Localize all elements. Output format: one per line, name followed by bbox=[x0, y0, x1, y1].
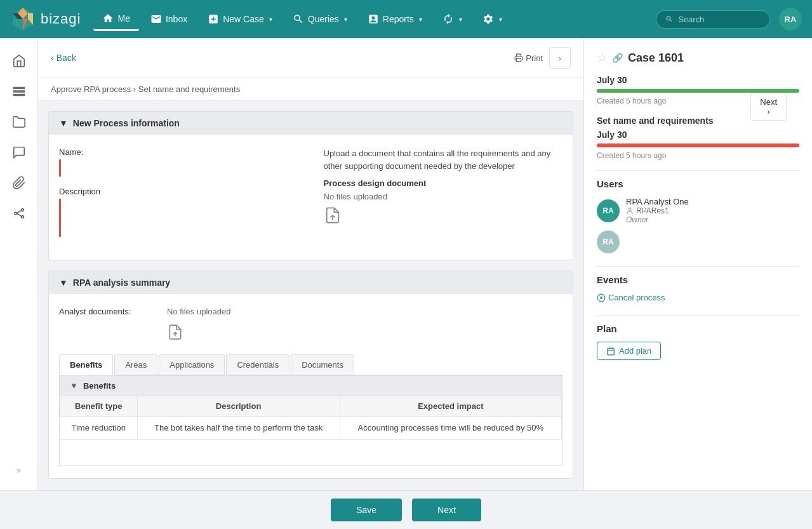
progress-bar-2 bbox=[597, 144, 799, 147]
plan-section: Plan Add plan bbox=[597, 323, 799, 360]
benefits-header-row: Benefit type Description Expected impact bbox=[60, 396, 562, 417]
nav-settings[interactable]: ▾ bbox=[474, 8, 511, 30]
analysis-tabs: Benefits Areas Applications Credentials … bbox=[59, 354, 562, 375]
upload-file-icon[interactable] bbox=[324, 206, 563, 228]
add-plan-icon bbox=[606, 347, 615, 356]
right-panel: ☆ 🔗 Case 1601 Next › July 30 Created 5 h… bbox=[583, 38, 812, 490]
users-section: Users RA RPA Analyst One RPARes1 Owner R… bbox=[597, 178, 799, 253]
back-chevron-icon: ‹ bbox=[51, 53, 54, 63]
svg-point-21 bbox=[629, 208, 631, 211]
name-field-group: Name: bbox=[59, 147, 298, 177]
user-avatar[interactable]: RA bbox=[779, 8, 802, 30]
col-expected-impact: Expected impact bbox=[340, 396, 561, 417]
user-row-1: RA RPA Analyst One RPARes1 Owner bbox=[597, 197, 799, 224]
save-button[interactable]: Save bbox=[331, 499, 402, 521]
nav-new-case[interactable]: New Case ▾ bbox=[199, 8, 281, 30]
user-icon bbox=[626, 207, 634, 215]
top-navigation: bizagi Me Inbox New Case ▾ Queries ▾ Rep… bbox=[0, 0, 812, 38]
reports-dropdown-icon: ▾ bbox=[419, 16, 422, 23]
nav-refresh[interactable]: ▾ bbox=[434, 8, 471, 30]
sidebar-icon-home[interactable] bbox=[6, 48, 32, 74]
panel-date-1: July 30 bbox=[597, 75, 799, 85]
sidebar-expand-btn[interactable]: » bbox=[11, 461, 26, 480]
search-input[interactable] bbox=[678, 15, 761, 24]
cancel-icon bbox=[597, 293, 606, 302]
new-process-header[interactable]: ▼ New Process information bbox=[49, 112, 573, 135]
rpa-analysis-header[interactable]: ▼ RPA analysis summary bbox=[49, 271, 573, 294]
sidebar-icon-chat[interactable] bbox=[6, 140, 32, 165]
star-icon[interactable]: ☆ bbox=[597, 51, 607, 65]
next-button-top[interactable]: Next › bbox=[750, 93, 787, 121]
left-sidebar: » bbox=[0, 38, 38, 490]
tab-areas[interactable]: Areas bbox=[114, 354, 157, 375]
user-avatar-1: RA bbox=[597, 199, 620, 222]
settings-dropdown-icon: ▾ bbox=[499, 16, 502, 23]
benefits-section-header[interactable]: ▼ Benefits bbox=[60, 376, 562, 396]
panel-date-2: July 30 bbox=[597, 130, 799, 140]
next-button-bottom[interactable]: Next bbox=[412, 499, 481, 521]
sidebar-icon-folder[interactable] bbox=[6, 109, 32, 135]
analyst-upload: No files uploaded bbox=[167, 307, 230, 344]
user-role-1: Owner bbox=[626, 215, 689, 224]
user-sub-1: RPARes1 bbox=[626, 206, 689, 215]
case-title: Case 1601 bbox=[628, 51, 684, 65]
search-box[interactable] bbox=[656, 10, 770, 29]
benefits-collapse-icon: ▼ bbox=[70, 381, 78, 391]
svg-rect-6 bbox=[13, 88, 24, 89]
svg-point-11 bbox=[21, 216, 23, 218]
svg-point-10 bbox=[21, 209, 23, 211]
divider-3 bbox=[597, 315, 799, 316]
breadcrumb: Approve RPA process › Set name and requi… bbox=[38, 78, 583, 101]
name-label: Name: bbox=[59, 147, 298, 157]
col-benefit-type: Benefit type bbox=[60, 396, 138, 417]
sidebar-icon-workflow[interactable] bbox=[6, 201, 32, 226]
name-input[interactable] bbox=[59, 159, 298, 177]
description-textarea[interactable] bbox=[59, 199, 298, 237]
nav-inbox[interactable]: Inbox bbox=[142, 8, 196, 30]
divider-1 bbox=[597, 170, 799, 171]
tab-benefits[interactable]: Benefits bbox=[59, 354, 113, 375]
user-name-1: RPA Analyst One bbox=[626, 197, 689, 206]
analyst-label: Analyst documents: bbox=[59, 307, 142, 316]
user-avatar-2: RA bbox=[597, 231, 620, 253]
chain-icon: 🔗 bbox=[612, 53, 623, 63]
sidebar-icon-list[interactable] bbox=[6, 79, 32, 104]
events-title: Events bbox=[597, 274, 799, 285]
no-files-text: No files uploaded bbox=[324, 192, 563, 201]
print-button[interactable]: Print bbox=[514, 53, 543, 63]
analyst-upload-icon[interactable] bbox=[167, 324, 230, 344]
tab-credentials[interactable]: Credentials bbox=[226, 354, 290, 375]
nav-reports[interactable]: Reports ▾ bbox=[359, 8, 431, 30]
analyst-row: Analyst documents: No files uploaded bbox=[59, 307, 562, 344]
benefits-table: Benefit type Description Expected impact… bbox=[60, 396, 562, 439]
content-area: ‹ Back Print › Approve RPA process › Set… bbox=[38, 38, 583, 490]
refresh-dropdown-icon: ▾ bbox=[459, 16, 462, 23]
cancel-process-link[interactable]: Cancel process bbox=[597, 293, 799, 302]
tab-applications[interactable]: Applications bbox=[159, 354, 225, 375]
svg-rect-7 bbox=[13, 91, 24, 92]
svg-rect-14 bbox=[517, 58, 521, 62]
new-process-body: Name: Description Upload a document that… bbox=[49, 135, 573, 260]
sidebar-icon-attachment[interactable] bbox=[6, 170, 32, 196]
rpa-analysis-section: ▼ RPA analysis summary Analyst documents… bbox=[48, 271, 573, 479]
new-process-form-row: Name: Description Upload a document that… bbox=[59, 147, 562, 247]
analyst-no-files: No files uploaded bbox=[167, 307, 230, 316]
col-description: Description bbox=[137, 396, 340, 417]
table-row: Time reductionThe bot takes half the tim… bbox=[60, 417, 562, 439]
user-row-2: RA bbox=[597, 231, 799, 253]
topbar-right: Print › bbox=[514, 47, 571, 69]
form-right: Upload a document that contains all the … bbox=[324, 147, 563, 228]
back-link[interactable]: ‹ Back bbox=[51, 53, 76, 63]
description-field-group: Description bbox=[59, 187, 298, 237]
form-content: ▼ New Process information Name: Descript… bbox=[38, 101, 583, 490]
nav-me[interactable]: Me bbox=[93, 8, 138, 31]
forward-arrow-button[interactable]: › bbox=[549, 47, 571, 69]
add-plan-button[interactable]: Add plan bbox=[597, 342, 661, 360]
svg-line-13 bbox=[17, 213, 21, 217]
nav-queries[interactable]: Queries ▾ bbox=[284, 8, 356, 30]
tab-documents[interactable]: Documents bbox=[291, 354, 354, 375]
rpa-analysis-body: Analyst documents: No files uploaded Ben… bbox=[49, 294, 573, 478]
queries-dropdown-icon: ▾ bbox=[344, 16, 347, 23]
benefits-table-body: Time reductionThe bot takes half the tim… bbox=[60, 417, 562, 439]
panel-section2: Set name and requirements July 30 Create… bbox=[597, 116, 799, 160]
